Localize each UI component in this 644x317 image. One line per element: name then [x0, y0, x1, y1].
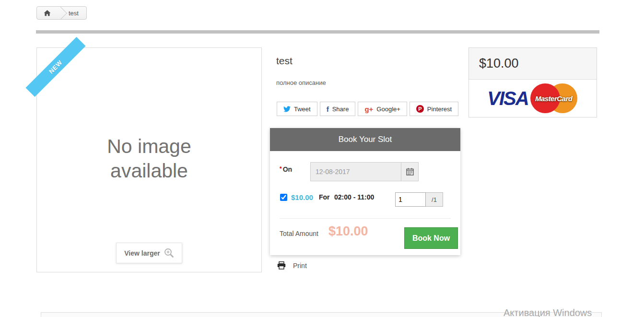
- view-larger-button[interactable]: View larger: [116, 243, 182, 263]
- home-icon: [44, 10, 51, 16]
- facebook-icon: f: [327, 105, 329, 113]
- booking-divider: [280, 218, 451, 219]
- google-plus-label: Google+: [376, 106, 400, 113]
- booking-panel: Book Your Slot *On: [270, 128, 460, 255]
- visa-logo: VISA: [487, 89, 529, 108]
- view-larger-label: View larger: [124, 249, 160, 257]
- zoom-in-icon: [164, 248, 174, 258]
- product-image-box: NEW No image available View larger: [36, 47, 262, 272]
- new-ribbon-label: NEW: [47, 59, 64, 75]
- quantity-max: /1: [426, 192, 443, 207]
- slot-time: 02:00 - 11:00: [334, 193, 374, 201]
- product-description: полное описание: [276, 79, 326, 86]
- price-header: $10.00: [469, 48, 597, 80]
- date-label: *On: [280, 165, 292, 173]
- date-input[interactable]: [310, 162, 401, 181]
- google-plus-button[interactable]: g+ Google+: [358, 102, 407, 116]
- required-marker: *: [280, 165, 282, 172]
- total-amount-label: Total Amount: [280, 230, 318, 237]
- total-amount-value: $10.00: [328, 224, 368, 239]
- calendar-button[interactable]: [401, 162, 419, 181]
- date-input-group: [310, 162, 419, 181]
- breadcrumb: test: [36, 6, 87, 20]
- twitter-icon: [283, 106, 291, 112]
- pinterest-button[interactable]: P Pinterest: [410, 102, 458, 116]
- printer-icon: [277, 261, 286, 270]
- slot-price: $10.00: [291, 193, 313, 201]
- payment-logos: VISA MasterCard: [469, 80, 597, 117]
- share-button[interactable]: f Share: [320, 102, 356, 116]
- price-box: $10.00 VISA MasterCard: [468, 47, 597, 117]
- google-plus-icon: g+: [364, 105, 373, 113]
- pinterest-label: Pinterest: [427, 106, 452, 113]
- mastercard-logo: MasterCard: [529, 82, 578, 114]
- book-now-button[interactable]: Book Now: [404, 227, 458, 249]
- new-ribbon: NEW: [25, 37, 85, 97]
- calendar-icon: [406, 168, 414, 176]
- image-placeholder-text: No image available: [37, 134, 261, 184]
- quantity-group: /1: [395, 192, 443, 207]
- slot-for-label: For: [319, 193, 330, 201]
- mastercard-label: MasterCard: [529, 94, 578, 103]
- booking-body: *On $10.00 For 02:: [270, 151, 460, 255]
- print-link[interactable]: Print: [277, 261, 307, 270]
- social-share-row: Tweet f Share g+ Google+ P Pinterest: [277, 102, 458, 116]
- quantity-input[interactable]: [395, 192, 426, 207]
- product-price: $10.00: [479, 56, 519, 71]
- share-label: Share: [332, 106, 349, 113]
- windows-activation-watermark: Активация Windows: [503, 307, 592, 317]
- tweet-button[interactable]: Tweet: [277, 102, 317, 116]
- product-page: test NEW No image available View larger …: [0, 0, 644, 317]
- booking-header: Book Your Slot: [270, 128, 460, 151]
- slot-checkbox[interactable]: [280, 194, 287, 201]
- product-title: test: [276, 55, 293, 67]
- tweet-label: Tweet: [294, 106, 311, 113]
- pinterest-icon: P: [416, 105, 424, 113]
- print-label: Print: [293, 262, 307, 270]
- breadcrumb-separator-icon: [57, 7, 64, 19]
- content-divider: [36, 30, 599, 34]
